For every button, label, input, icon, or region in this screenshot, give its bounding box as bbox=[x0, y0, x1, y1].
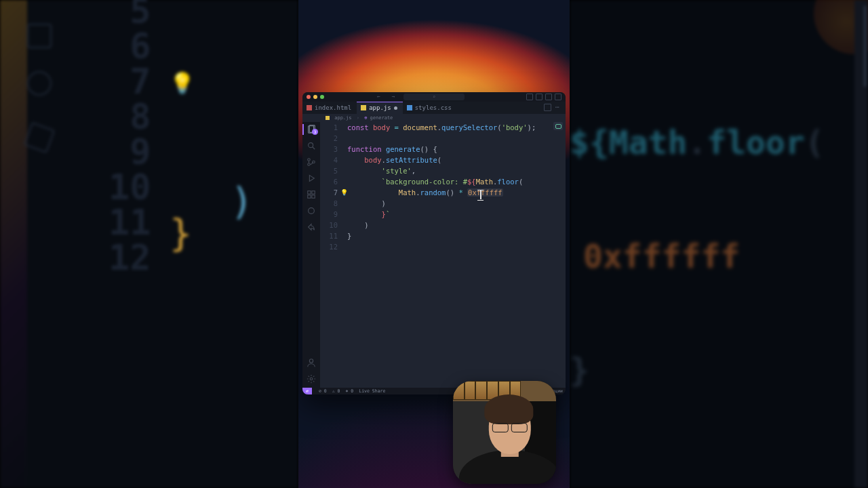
layout-left-icon[interactable] bbox=[526, 94, 533, 100]
tab-actions: ⋯ bbox=[544, 104, 561, 111]
tab-label: styles.css bbox=[415, 104, 452, 111]
breadcrumb-symbol[interactable]: generate bbox=[370, 115, 393, 121]
layout-right-icon[interactable] bbox=[545, 94, 552, 100]
bg-paren: ) bbox=[231, 180, 253, 223]
svg-rect-11 bbox=[312, 195, 315, 198]
breadcrumb[interactable]: app.js › ⊕ generate bbox=[302, 114, 566, 122]
breadcrumb-file[interactable]: app.js bbox=[334, 115, 351, 121]
svg-point-14 bbox=[310, 378, 313, 380]
svg-point-13 bbox=[309, 359, 313, 363]
svg-point-2 bbox=[309, 143, 313, 148]
svg-point-5 bbox=[308, 163, 311, 166]
svg-line-3 bbox=[313, 147, 315, 150]
status-liveshare[interactable]: Live Share bbox=[359, 388, 385, 394]
extensions-icon[interactable] bbox=[307, 190, 316, 199]
inline-suggestion[interactable]: 0xffffff bbox=[467, 188, 503, 197]
js-file-icon bbox=[361, 105, 366, 110]
svg-point-4 bbox=[308, 159, 311, 161]
code-line: 4 body.setAttribute( bbox=[320, 155, 566, 165]
svg-rect-10 bbox=[308, 195, 311, 198]
close-window-button[interactable] bbox=[307, 95, 311, 99]
text-cursor-icon bbox=[477, 190, 484, 201]
layout-custom-icon[interactable] bbox=[555, 94, 561, 100]
code-line: 11} bbox=[320, 230, 566, 241]
minimize-window-button[interactable] bbox=[313, 95, 317, 99]
window-titlebar[interactable]: ← → ⌕ bbox=[302, 92, 566, 102]
code-line: 6 `background-color: #${Math.floor( bbox=[320, 176, 566, 187]
run-debug-icon[interactable] bbox=[307, 174, 316, 183]
settings-gear-icon[interactable] bbox=[307, 374, 316, 384]
code-line-current: 7💡 Math.random() * 0xffffff bbox=[320, 187, 566, 198]
command-center-search[interactable]: ⌕ bbox=[403, 94, 465, 100]
code-line: 8 ) bbox=[320, 198, 566, 209]
code-line: 3function generate() { bbox=[320, 144, 566, 155]
status-warnings[interactable]: ⚠ 0 bbox=[332, 388, 340, 394]
status-ports[interactable]: ⎈ 0 bbox=[346, 388, 354, 394]
copilot-icon[interactable] bbox=[307, 206, 316, 216]
code-line: 9 }` bbox=[320, 209, 566, 220]
activity-bar: 3 bbox=[302, 122, 320, 388]
split-editor-icon[interactable] bbox=[544, 104, 551, 111]
window-controls[interactable] bbox=[307, 95, 324, 99]
svg-rect-8 bbox=[308, 191, 311, 194]
explorer-badge: 3 bbox=[312, 129, 318, 135]
tab-app-js[interactable]: app.js bbox=[357, 102, 403, 114]
bg-brace: } bbox=[170, 211, 192, 255]
unsaved-dot-icon bbox=[394, 106, 397, 110]
search-icon[interactable] bbox=[307, 141, 316, 150]
html-file-icon bbox=[307, 105, 312, 110]
liveshare-icon[interactable] bbox=[307, 222, 316, 232]
bg-lightbulb-icon: 💡 bbox=[170, 71, 195, 95]
more-actions-icon[interactable]: ⋯ bbox=[555, 104, 561, 110]
svg-rect-9 bbox=[312, 191, 315, 194]
code-line: 5 'style', bbox=[320, 165, 566, 176]
vscode-window: ← → ⌕ index.html app.js styles.cs bbox=[302, 92, 566, 394]
status-errors[interactable]: ⊘ 0 bbox=[319, 388, 327, 394]
source-control-icon[interactable] bbox=[307, 157, 316, 167]
nav-arrows[interactable]: ← → bbox=[377, 94, 399, 100]
vertical-video-column: ← → ⌕ index.html app.js styles.cs bbox=[298, 0, 570, 488]
webcam-overlay bbox=[453, 381, 556, 484]
code-editor[interactable]: 1const body = document.querySelector('bo… bbox=[320, 122, 566, 388]
svg-point-12 bbox=[309, 208, 315, 214]
maximize-window-button[interactable] bbox=[320, 95, 324, 99]
bg-right-panel: ${Math.floor( 0xffffff } bbox=[570, 0, 868, 488]
code-line: 10 ) bbox=[320, 220, 566, 230]
bg-code-zoom: ${Math.floor( 0xffffff } bbox=[570, 47, 825, 465]
tab-styles-css[interactable]: styles.css bbox=[403, 102, 457, 114]
code-line: 1const body = document.querySelector('bo… bbox=[320, 122, 566, 133]
svg-marker-7 bbox=[309, 176, 314, 182]
js-file-icon bbox=[326, 116, 330, 120]
tab-label: app.js bbox=[369, 104, 391, 111]
presenter-avatar bbox=[466, 403, 554, 484]
bg-left-panel: 5 6 7 8 9 10 11 12 💡 ) } bbox=[0, 0, 298, 488]
tab-label: index.html bbox=[315, 104, 351, 111]
tab-index-html[interactable]: index.html bbox=[302, 102, 357, 114]
accounts-icon[interactable] bbox=[307, 358, 316, 367]
css-file-icon bbox=[407, 105, 412, 110]
bg-line-numbers: 5 6 7 8 9 10 11 12 bbox=[0, 0, 151, 275]
layout-bottom-icon[interactable] bbox=[536, 94, 542, 100]
code-line: 12 bbox=[320, 241, 566, 252]
layout-controls[interactable] bbox=[526, 94, 561, 100]
code-line: 2 bbox=[320, 133, 566, 144]
editor-tabs: index.html app.js styles.css ⋯ bbox=[302, 102, 566, 114]
